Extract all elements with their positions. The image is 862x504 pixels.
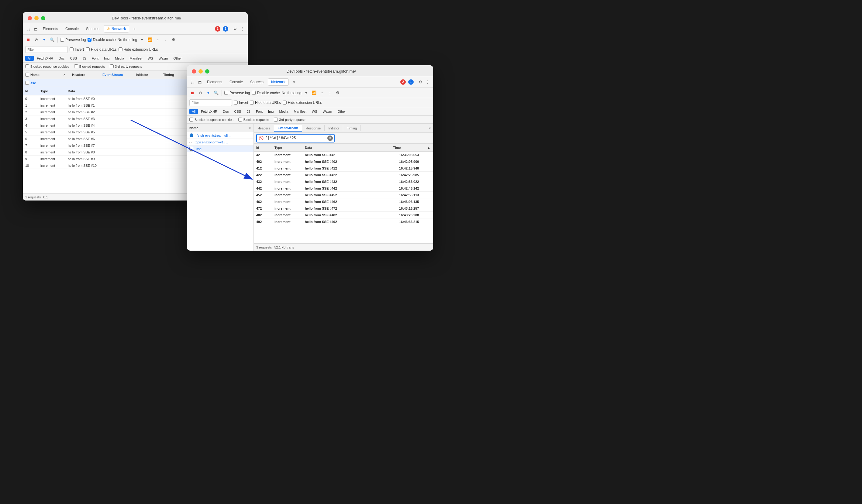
panel-tab-eventstream-2[interactable]: EventStream xyxy=(274,125,302,132)
sse-data-row-2[interactable]: 452 increment hello from SSE #452 16:42:… xyxy=(254,192,433,198)
col-timing-header-1[interactable]: Timing xyxy=(161,73,182,77)
sse-id-col-header-2[interactable]: Id xyxy=(254,146,272,149)
preserve-log-input-1[interactable] xyxy=(60,38,64,42)
hide-ext-urls-check-1[interactable]: Hide extension URLs xyxy=(119,48,158,52)
type-wasm-2[interactable]: Wasm xyxy=(321,109,335,114)
tab-sources-1[interactable]: Sources xyxy=(83,26,102,32)
blocked-requests-input-1[interactable] xyxy=(74,64,78,68)
sse-data-row-2[interactable]: 402 increment hello from SSE #402 16:42:… xyxy=(254,158,433,165)
type-ws-1[interactable]: WS xyxy=(145,56,156,61)
hide-data-urls-input-2[interactable] xyxy=(250,101,254,105)
preserve-log-input-2[interactable] xyxy=(224,91,228,95)
panel-close-btn-2[interactable]: × xyxy=(426,125,433,132)
inspector-icon-2[interactable]: ⬚ xyxy=(190,79,195,85)
panel-tab-initiator-2[interactable]: Initiator xyxy=(325,125,343,131)
panel-tab-headers-2[interactable]: Headers xyxy=(254,125,274,131)
device-icon-2[interactable]: ⬒ xyxy=(197,79,203,85)
sse-checkbox-1[interactable] xyxy=(25,81,29,85)
type-img-2[interactable]: Img xyxy=(266,109,276,114)
tab-network-1[interactable]: ⚠ Network xyxy=(104,25,129,32)
throttle-select-1[interactable]: No throttling xyxy=(118,38,138,42)
settings-icon-1[interactable]: ⚙ xyxy=(232,26,238,32)
disable-cache-input-1[interactable] xyxy=(88,38,91,42)
col-eventstream-header-1[interactable]: EventStream xyxy=(100,73,133,77)
3rd-party-input-2[interactable] xyxy=(274,118,278,121)
disable-cache-check-2[interactable]: Disable cache xyxy=(252,91,279,95)
sse-data-row-2[interactable]: 472 increment hello from SSE #472 16:43:… xyxy=(254,205,433,212)
close-btn-2[interactable] xyxy=(192,69,196,74)
sse-data-row-2[interactable]: 442 increment hello from SSE #442 16:42:… xyxy=(254,185,433,192)
type-media-1[interactable]: Media xyxy=(113,56,127,61)
type-font-2[interactable]: Font xyxy=(253,109,265,114)
3rd-party-input-1[interactable] xyxy=(110,64,114,68)
settings-icon-2[interactable]: ⚙ xyxy=(417,79,423,85)
col-headers-header-1[interactable]: Headers xyxy=(69,73,100,77)
sse-time-col-header-2[interactable]: Time xyxy=(391,146,427,149)
type-other-1[interactable]: Other xyxy=(171,56,184,61)
type-doc-1[interactable]: Doc xyxy=(56,56,67,61)
request-row-fetch-2[interactable]: 🔵 fetch-eventstream.gli... xyxy=(187,132,253,139)
record-stop-btn-1[interactable]: ⏹ xyxy=(25,37,31,43)
invert-input-2[interactable] xyxy=(234,101,238,105)
x-col-header-2[interactable]: × xyxy=(247,126,253,130)
throttle-arrow-2[interactable]: ▾ xyxy=(303,90,309,96)
hide-ext-urls-input-2[interactable] xyxy=(283,101,287,105)
blocked-cookies-2[interactable]: Blocked response cookies xyxy=(190,118,233,121)
maximize-btn-2[interactable] xyxy=(205,69,209,74)
filter-toggle-1[interactable]: ▾ xyxy=(41,37,47,43)
filter-toggle-2[interactable]: ▾ xyxy=(205,90,211,96)
sse-data-row-2[interactable]: 412 increment hello from SSE #412 16:42:… xyxy=(254,165,433,172)
upload-icon-1[interactable]: ↑ xyxy=(155,37,161,43)
search-btn-1[interactable]: 🔍 xyxy=(49,37,55,43)
sse-data-row-2[interactable]: 492 increment hello from SSE #492 16:43:… xyxy=(254,218,433,225)
hide-data-urls-input-1[interactable] xyxy=(86,48,90,51)
type-ws-2[interactable]: WS xyxy=(310,109,320,114)
col-initiator-header-1[interactable]: Initiator xyxy=(133,73,161,77)
type-manifest-1[interactable]: Manifest xyxy=(127,56,145,61)
filter-input-2[interactable] xyxy=(190,100,232,106)
minimize-btn-2[interactable] xyxy=(198,69,203,74)
type-css-2[interactable]: CSS xyxy=(232,109,244,114)
download-icon-2[interactable]: ↓ xyxy=(327,90,333,96)
preserve-log-check-2[interactable]: Preserve log xyxy=(224,91,250,95)
invert-check-2[interactable]: Invert xyxy=(234,101,248,105)
throttle-arrow-1[interactable]: ▾ xyxy=(139,37,145,43)
search-btn-2[interactable]: 🔍 xyxy=(213,90,219,96)
tab-network-2[interactable]: Network xyxy=(268,78,289,86)
tab-console-1[interactable]: Console xyxy=(62,26,82,32)
sse-data-row-2[interactable]: 462 increment hello from SSE #462 16:43:… xyxy=(254,198,433,205)
type-js-1[interactable]: JS xyxy=(80,56,89,61)
select-all-checkbox-1[interactable] xyxy=(25,72,29,77)
type-all-2[interactable]: All xyxy=(190,109,198,114)
filter-input-1[interactable] xyxy=(25,46,68,53)
type-font-1[interactable]: Font xyxy=(89,56,101,61)
blocked-cookies-input-1[interactable] xyxy=(25,64,29,68)
sse-data-row-2[interactable]: 432 increment hello from SSE #432 16:42:… xyxy=(254,178,433,185)
record-stop-btn-2[interactable]: ⏹ xyxy=(190,90,195,96)
type-media-2[interactable]: Media xyxy=(277,109,290,114)
blocked-cookies-1[interactable]: Blocked response cookies xyxy=(25,64,69,68)
device-icon[interactable]: ⬒ xyxy=(32,26,39,32)
clear-btn-2[interactable]: ⊘ xyxy=(197,90,203,96)
tab-elements-2[interactable]: Elements xyxy=(204,79,225,85)
maximize-btn-1[interactable] xyxy=(41,16,45,21)
settings-icon-toolbar-1[interactable]: ⚙ xyxy=(170,37,177,43)
blocked-requests-2[interactable]: Blocked requests xyxy=(238,118,269,121)
blocked-requests-1[interactable]: Blocked requests xyxy=(74,64,105,68)
tab-more-1[interactable]: » xyxy=(130,26,139,32)
preserve-log-check-1[interactable]: Preserve log xyxy=(60,38,86,42)
type-wasm-1[interactable]: Wasm xyxy=(156,56,170,61)
type-img-1[interactable]: Img xyxy=(102,56,112,61)
tab-elements-1[interactable]: Elements xyxy=(40,26,61,32)
download-icon-1[interactable]: ↓ xyxy=(162,37,169,43)
invert-input-1[interactable] xyxy=(69,48,74,51)
tab-more-2[interactable]: » xyxy=(290,79,298,85)
sse-data-row-2[interactable]: 42 increment hello from SSE #42 16:36:03… xyxy=(254,151,433,158)
3rd-party-requests-2[interactable]: 3rd-party requests xyxy=(274,118,306,121)
more-icon-1[interactable]: ⋮ xyxy=(239,26,245,32)
tab-console-2[interactable]: Console xyxy=(226,79,246,85)
regex-filter-input-2[interactable] xyxy=(265,136,326,140)
sse-data-row-2[interactable]: 482 increment hello from SSE #482 16:43:… xyxy=(254,212,433,218)
sse-data-row-2[interactable]: 422 increment hello from SSE #422 16:42:… xyxy=(254,172,433,178)
type-js-2[interactable]: JS xyxy=(244,109,253,114)
